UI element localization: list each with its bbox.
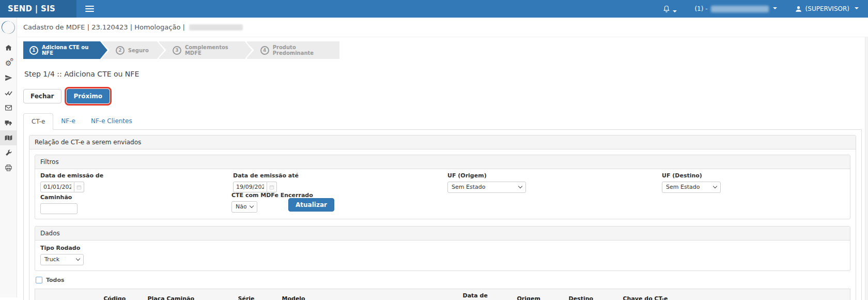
step-number: 2 <box>116 46 125 55</box>
step-label: Seguro <box>128 48 149 53</box>
wrench-icon <box>5 149 12 157</box>
atualizar-button[interactable]: Atualizar <box>288 198 334 212</box>
gears-icon: ⚙⚙ <box>5 59 12 67</box>
sidebar-item-trucks[interactable] <box>0 115 17 130</box>
caminhao-label: Caminhão <box>40 194 78 201</box>
todos-checkbox[interactable] <box>36 277 42 283</box>
todos-row: Todos <box>36 277 850 283</box>
user-caret-icon <box>855 7 859 9</box>
page-title: Step 1/4 :: Adiciona CTE ou NFE <box>24 70 862 78</box>
notifications-bell-icon[interactable] <box>662 5 677 13</box>
bell-icon <box>662 5 671 13</box>
tab-nfe-clientes[interactable]: NF-e Clientes <box>83 113 140 130</box>
wizard-step-4[interactable]: 4 Produto Predominante <box>246 41 339 59</box>
breadcrumb: Cadastro de MDFE | 23.120423 | Homologaç… <box>23 23 185 31</box>
double-check-icon <box>5 89 12 97</box>
relacao-panel-title: Relação de CT-e a serem enviados <box>29 136 856 149</box>
user-role-label: (SUPERVISOR) <box>805 5 849 12</box>
hamburger-menu-icon[interactable] <box>83 4 96 14</box>
printer-icon <box>5 164 12 172</box>
top-bar-right: (1) - (SUPERVISOR) <box>662 5 868 13</box>
step-label: Complementos MDFE <box>185 44 237 56</box>
filtros-panel-title: Filtros <box>35 155 850 169</box>
col-chave: Chave do CT-e <box>619 289 850 300</box>
paper-plane-icon <box>5 74 12 82</box>
date-to-input[interactable] <box>233 182 267 192</box>
sidebar: ⚙⚙ <box>0 18 17 297</box>
col-destino: Destino <box>565 289 619 300</box>
col-codigo: Código <box>100 289 144 300</box>
caminhao-input[interactable] <box>40 203 78 214</box>
step-label: Produto Predominante <box>273 44 328 56</box>
col-placa: Placa Caminão <box>144 289 234 300</box>
step-label: Adiciona CTE ou NFE <box>42 44 92 56</box>
app-brand: SEND | SIS <box>0 0 76 18</box>
home-icon <box>5 44 12 52</box>
sidebar-item-settings[interactable]: ⚙⚙ <box>0 55 17 70</box>
relacao-panel: Relação de CT-e a serem enviados Filtros… <box>29 135 856 300</box>
sidebar-item-send[interactable] <box>0 70 17 85</box>
cte-table: Código Placa Caminão Série Modelo Data d… <box>35 289 850 300</box>
select-column-header <box>35 289 100 300</box>
uf-destino-select[interactable]: Sem Estado <box>662 182 721 193</box>
actions-row: Fechar Próximo <box>23 87 862 106</box>
tipo-rodado-select[interactable]: Truck <box>40 254 84 265</box>
filter-uf-destino: UF (Destino) Sem Estado <box>662 172 721 193</box>
sidebar-item-approvals[interactable] <box>0 85 17 100</box>
step-number: 1 <box>29 46 38 55</box>
dados-panel: Dados Tipo Rodado Truck <box>35 226 850 271</box>
date-to-label: Data de emissão até <box>233 172 299 179</box>
filter-date-from: Data de emissão de <box>40 172 103 192</box>
wizard-step-2[interactable]: 2 Seguro <box>101 41 164 59</box>
tab-content: Relação de CT-e a serem enviados Filtros… <box>23 130 862 300</box>
main-content: 1 Adiciona CTE ou NFE 2 Seguro 3 Complem… <box>17 37 868 300</box>
calendar-icon[interactable] <box>74 182 84 192</box>
sidebar-item-tools[interactable] <box>0 145 17 160</box>
proximo-button[interactable]: Próximo <box>67 89 110 103</box>
user-icon <box>795 5 802 13</box>
step-number: 4 <box>260 46 269 55</box>
company-selector[interactable]: (1) - <box>694 5 777 12</box>
wizard-step-1[interactable]: 1 Adiciona CTE ou NFE <box>23 41 107 59</box>
step-number: 3 <box>173 46 181 55</box>
breadcrumb-redacted <box>189 24 243 31</box>
col-origem: Origem <box>513 289 565 300</box>
breadcrumb-bar: Cadastro de MDFE | 23.120423 | Homologaç… <box>17 18 868 37</box>
date-from-input[interactable] <box>40 182 74 192</box>
uf-destino-label: UF (Destino) <box>662 172 721 179</box>
filter-uf-origem: UF (Origem) Sem Estado <box>447 172 526 193</box>
tipo-rodado-label: Tipo Rodado <box>40 245 845 251</box>
map-icon <box>5 134 12 142</box>
company-name-redacted <box>711 6 769 12</box>
envelope-icon <box>5 104 12 112</box>
uf-origem-select[interactable]: Sem Estado <box>447 182 526 193</box>
dados-panel-title: Dados <box>35 227 850 241</box>
cte-encerrado-select[interactable]: Não <box>231 201 257 213</box>
calendar-icon[interactable] <box>267 182 277 192</box>
next-highlight-ring: Próximo <box>65 87 112 106</box>
tab-nfe[interactable]: NF-e <box>53 113 83 130</box>
todos-label: Todos <box>46 277 65 283</box>
filter-caminhao: Caminhão <box>40 194 78 214</box>
bell-caret-icon <box>673 10 677 12</box>
uf-origem-label: UF (Origem) <box>447 172 526 179</box>
col-modelo: Modelo <box>278 289 459 300</box>
sidebar-item-mdfe-map[interactable] <box>0 130 17 145</box>
sidebar-item-home[interactable] <box>0 40 17 55</box>
col-data-emissao: Data de emissão <box>459 289 513 300</box>
col-serie: Série <box>234 289 278 300</box>
app-window: SEND | SIS (1) - (SUPERVISOR) <box>0 0 868 300</box>
sidebar-item-mail[interactable] <box>0 100 17 115</box>
wizard-step-3[interactable]: 3 Complementos MDFE <box>158 41 252 59</box>
user-menu[interactable]: (SUPERVISOR) <box>795 5 859 13</box>
fechar-button[interactable]: Fechar <box>23 89 61 103</box>
truck-icon <box>5 119 12 127</box>
company-count: (1) - <box>694 5 707 12</box>
date-from-label: Data de emissão de <box>40 172 103 179</box>
tab-bar: CT-e NF-e NF-e Clientes <box>23 113 862 130</box>
tab-cte[interactable]: CT-e <box>23 113 53 130</box>
filter-date-to: Data de emissão até <box>233 172 299 192</box>
wizard-steps: 1 Adiciona CTE ou NFE 2 Seguro 3 Complem… <box>23 41 333 59</box>
filtros-panel: Filtros Data de emissão de <box>35 155 850 219</box>
sidebar-item-print[interactable] <box>0 160 17 175</box>
